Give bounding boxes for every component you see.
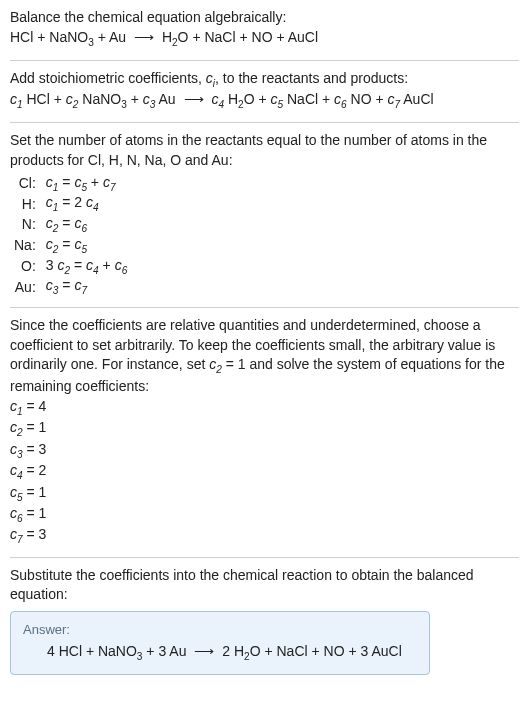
coef-line: c2 = 1 bbox=[10, 418, 519, 439]
element-equation: c3 = c7 bbox=[42, 276, 131, 297]
stoich-section: Add stoichiometric coefficients, ci, to … bbox=[10, 69, 519, 113]
element-equation: c1 = 2 c4 bbox=[42, 193, 131, 214]
subst-text: Substitute the coefficients into the che… bbox=[10, 566, 519, 605]
element-equation: 3 c2 = c4 + c6 bbox=[42, 256, 131, 277]
coef-line: c3 = 3 bbox=[10, 440, 519, 461]
element-label: Na: bbox=[10, 235, 42, 256]
stoich-reaction: c1 HCl + c2 NaNO3 + c3 Au ⟶ c4 H2O + c5 … bbox=[10, 90, 519, 112]
intro-section: Balance the chemical equation algebraica… bbox=[10, 8, 519, 50]
ci-symbol: ci bbox=[206, 70, 215, 86]
divider bbox=[10, 307, 519, 308]
solve-section: Since the coefficients are relative quan… bbox=[10, 316, 519, 546]
answer-box: Answer: 4 HCl + NaNO3 + 3 Au ⟶ 2 H2O + N… bbox=[10, 611, 430, 675]
stoich-text-2: , to the reactants and products: bbox=[215, 70, 408, 86]
element-label: H: bbox=[10, 193, 42, 214]
coef-line: c4 = 2 bbox=[10, 461, 519, 482]
atoms-row: H:c1 = 2 c4 bbox=[10, 193, 131, 214]
divider bbox=[10, 60, 519, 61]
atoms-row: O:3 c2 = c4 + c6 bbox=[10, 256, 131, 277]
answer-label: Answer: bbox=[23, 622, 417, 637]
atoms-section: Set the number of atoms in the reactants… bbox=[10, 131, 519, 297]
element-label: Cl: bbox=[10, 173, 42, 194]
element-equation: c2 = c6 bbox=[42, 214, 131, 235]
c2-symbol: c2 bbox=[209, 356, 222, 372]
divider bbox=[10, 122, 519, 123]
atoms-row: Cl:c1 = c5 + c7 bbox=[10, 173, 131, 194]
coef-line: c5 = 1 bbox=[10, 483, 519, 504]
solve-text: Since the coefficients are relative quan… bbox=[10, 316, 519, 397]
element-label: Au: bbox=[10, 276, 42, 297]
atoms-row: Au:c3 = c7 bbox=[10, 276, 131, 297]
stoich-text: Add stoichiometric coefficients, ci, to … bbox=[10, 69, 519, 91]
intro-reaction: HCl + NaNO3 + Au ⟶ H2O + NaCl + NO + AuC… bbox=[10, 28, 519, 50]
coef-line: c7 = 3 bbox=[10, 525, 519, 546]
stoich-text-1: Add stoichiometric coefficients, bbox=[10, 70, 206, 86]
element-label: O: bbox=[10, 256, 42, 277]
subst-section: Substitute the coefficients into the che… bbox=[10, 566, 519, 675]
element-equation: c2 = c5 bbox=[42, 235, 131, 256]
divider bbox=[10, 557, 519, 558]
coef-line: c6 = 1 bbox=[10, 504, 519, 525]
atoms-row: Na:c2 = c5 bbox=[10, 235, 131, 256]
atoms-row: N:c2 = c6 bbox=[10, 214, 131, 235]
element-label: N: bbox=[10, 214, 42, 235]
atoms-text: Set the number of atoms in the reactants… bbox=[10, 131, 519, 170]
answer-equation: 4 HCl + NaNO3 + 3 Au ⟶ 2 H2O + NaCl + NO… bbox=[23, 643, 417, 662]
coef-list: c1 = 4c2 = 1c3 = 3c4 = 2c5 = 1c6 = 1c7 =… bbox=[10, 397, 519, 547]
intro-title: Balance the chemical equation algebraica… bbox=[10, 8, 519, 28]
coef-line: c1 = 4 bbox=[10, 397, 519, 418]
element-equation: c1 = c5 + c7 bbox=[42, 173, 131, 194]
atoms-table: Cl:c1 = c5 + c7H:c1 = 2 c4N:c2 = c6Na:c2… bbox=[10, 173, 131, 298]
